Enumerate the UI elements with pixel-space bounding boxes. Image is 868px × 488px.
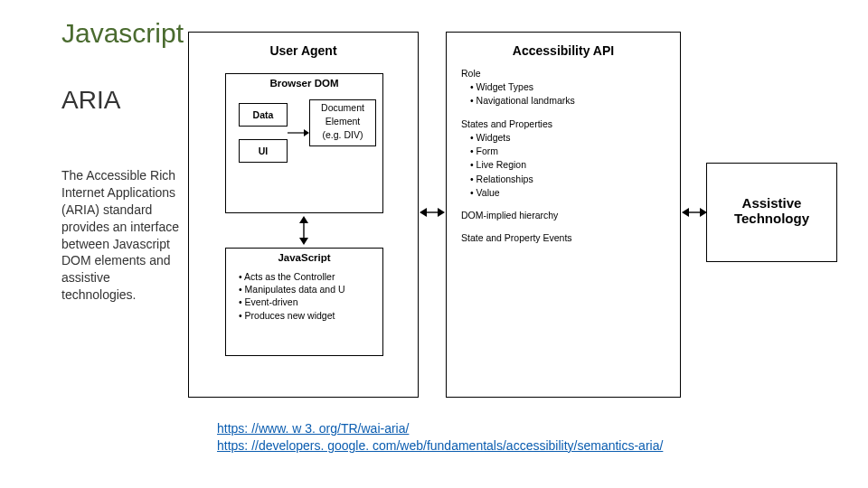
user-agent-title: User Agent — [189, 43, 418, 58]
javascript-box: JavaScript • Acts as the Controller • Ma… — [225, 248, 383, 356]
javascript-label: JavaScript — [226, 249, 382, 263]
svg-marker-1 — [304, 129, 309, 136]
svg-marker-7 — [438, 208, 445, 217]
body-paragraph: The Accessible Rich Internet Application… — [61, 167, 179, 304]
aria-diagram: User Agent Browser DOM Data UI Document … — [179, 27, 848, 407]
ui-box: UI — [239, 139, 288, 163]
user-agent-column: User Agent Browser DOM Data UI Document … — [188, 32, 419, 398]
sp-item-4: Value — [476, 187, 500, 198]
ui-label: UI — [240, 140, 287, 156]
accessibility-api-column: Accessibility API Role • Widget Types • … — [446, 32, 681, 398]
dom-hierarchy-label: DOM-implied hierarchy — [461, 209, 680, 222]
double-arrow-horizontal-icon — [420, 206, 445, 219]
sp-item-3: Relationships — [476, 174, 533, 184]
double-arrow-horizontal-icon — [682, 206, 707, 219]
page-title: Javascript — [61, 18, 184, 49]
doc-elem-line1: Document — [310, 100, 375, 114]
doc-elem-line3: (e.g. DIV) — [310, 127, 375, 141]
role-item-0: Widget Types — [476, 81, 533, 92]
data-label: Data — [240, 104, 287, 120]
states-properties-header: States and Properties — [461, 117, 680, 131]
link-wai-aria[interactable]: https: //www. w 3. org/TR/wai-aria/ — [217, 421, 409, 436]
sp-item-0: Widgets — [476, 132, 511, 143]
js-bullet-3: Produces new widget — [245, 310, 335, 321]
sp-item-1: Form — [476, 145, 499, 156]
document-element-box: Document Element (e.g. DIV) — [309, 99, 376, 146]
reference-links: https: //www. w 3. org/TR/wai-aria/ http… — [217, 420, 663, 455]
sp-item-2: Live Region — [476, 159, 526, 170]
role-item-1: Navigational landmarks — [476, 95, 575, 106]
page-subtitle: ARIA — [61, 86, 120, 115]
accessibility-api-list: Role • Widget Types • Navigational landm… — [447, 58, 680, 245]
data-box: Data — [239, 103, 288, 127]
doc-elem-line2: Element — [310, 114, 375, 127]
state-property-events-label: State and Property Events — [461, 231, 680, 245]
js-bullet-0: Acts as the Controller — [244, 271, 335, 282]
double-arrow-vertical-icon — [297, 216, 310, 245]
js-bullet-2: Event-driven — [245, 296, 298, 307]
browser-dom-box: Browser DOM Data UI Document Element (e.… — [225, 73, 383, 213]
js-bullet-1: Manipulates data and U — [245, 284, 345, 295]
browser-dom-label: Browser DOM — [226, 74, 382, 89]
svg-marker-4 — [299, 238, 308, 245]
accessibility-api-title: Accessibility API — [447, 43, 680, 58]
assistive-technology-title: Assistive Technology — [707, 195, 836, 226]
assistive-technology-column: Assistive Technology — [706, 163, 837, 262]
role-header: Role — [461, 67, 680, 80]
link-google-aria[interactable]: https: //developers. google. com/web/fun… — [217, 438, 663, 453]
arrow-icon — [288, 128, 309, 137]
javascript-bullets: • Acts as the Controller • Manipulates d… — [226, 263, 382, 322]
